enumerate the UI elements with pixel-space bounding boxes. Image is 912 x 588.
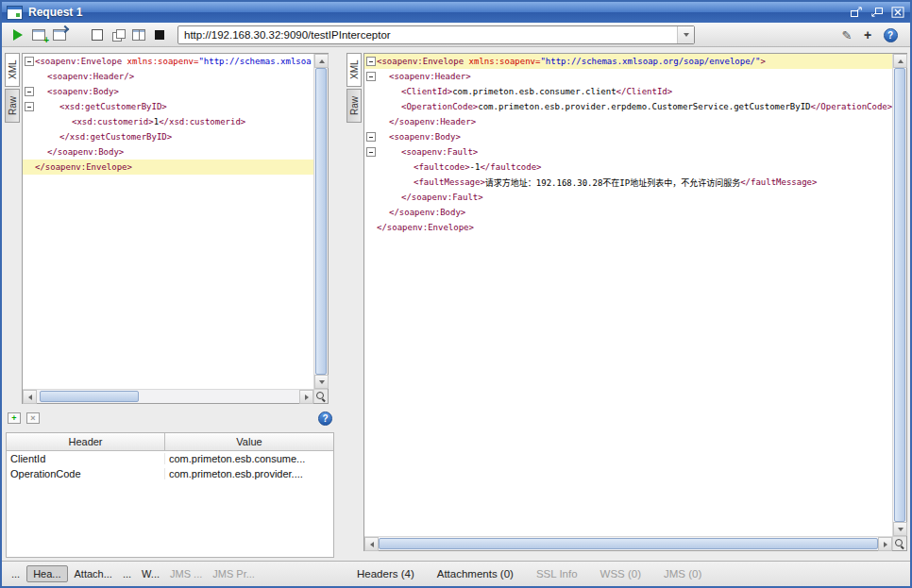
xml-line[interactable]: <xsd:customerid>1</xsd:customerid>: [23, 114, 313, 129]
xml-line[interactable]: <faultMessage>请求方地址：192.168.30.28不在IP地址列…: [364, 175, 892, 190]
request-xml-content[interactable]: <soapenv:Envelope xmlns:soapenv="http://…: [23, 54, 313, 389]
request-window: Request 1 http://192.168.30.32:9090/test…: [0, 0, 912, 588]
add-header-button[interactable]: +: [8, 412, 21, 424]
response-vertical-scrollbar[interactable]: [892, 54, 906, 536]
response-horizontal-scrollbar[interactable]: [364, 536, 892, 550]
fold-toggle-icon[interactable]: [366, 57, 376, 66]
maximize-button[interactable]: [870, 6, 885, 19]
xml-line[interactable]: </soapenv:Body>: [23, 144, 313, 160]
inspector-tab-headers-4[interactable]: Headers (4): [353, 566, 418, 581]
xml-line[interactable]: <soapenv:Header/>: [23, 69, 313, 84]
request-xml-editor[interactable]: <soapenv:Envelope xmlns:soapenv="http://…: [22, 53, 329, 404]
headers-table-header: HeaderValue: [7, 433, 333, 451]
xml-line[interactable]: <OperationCode>com.primeton.esb.provider…: [364, 99, 892, 114]
response-xml-editor[interactable]: <soapenv:Envelope xmlns:soapenv="http://…: [363, 53, 907, 551]
copy-button[interactable]: [110, 26, 127, 43]
scroll-up-button[interactable]: [314, 54, 329, 68]
header-name-cell[interactable]: OperationCode: [7, 468, 165, 479]
scrollbar-thumb[interactable]: [40, 391, 139, 402]
xml-line[interactable]: <faultcode>-1</faultcode>: [364, 160, 892, 175]
window-arrow-icon: [53, 29, 66, 41]
column-header[interactable]: Header: [7, 433, 165, 450]
xml-line[interactable]: </soapenv:Header>: [364, 114, 892, 129]
inspector-tab-ssl-info: SSL Info: [532, 566, 582, 581]
endpoint-combobox[interactable]: http://192.168.30.32:9090/testIPIntercep…: [177, 25, 695, 44]
inspector-tab-attach[interactable]: Attach...: [71, 566, 116, 581]
scroll-left-button[interactable]: [23, 390, 37, 404]
fold-toggle-icon[interactable]: [25, 57, 34, 66]
xml-line[interactable]: </xsd:getCustomerByID>: [23, 129, 313, 144]
clone-request-button[interactable]: [51, 26, 68, 43]
xml-line[interactable]: <soapenv:Header>: [364, 69, 892, 84]
chevron-down-icon[interactable]: [677, 26, 694, 43]
close-button[interactable]: [890, 6, 905, 19]
fold-toggle-icon[interactable]: [366, 132, 376, 142]
fold-toggle-icon[interactable]: [25, 87, 34, 96]
panel-splitter[interactable]: [338, 47, 346, 561]
empty-square-icon: [92, 29, 103, 41]
xml-line[interactable]: </soapenv:Envelope>: [364, 220, 892, 235]
fold-toggle-icon[interactable]: [366, 72, 376, 81]
tab-request-xml[interactable]: XML: [5, 53, 20, 87]
help-button[interactable]: ?: [882, 26, 899, 43]
xml-line[interactable]: <soapenv:Body>: [23, 84, 313, 99]
edit-endpoint-button[interactable]: ✎: [838, 26, 855, 43]
request-panel: XML Raw <soapenv:Envelope xmlns:soapenv=…: [2, 47, 338, 561]
fold-toggle-icon[interactable]: [366, 147, 376, 157]
column-header[interactable]: Value: [165, 433, 333, 450]
scrollbar-thumb[interactable]: [379, 538, 878, 549]
cancel-request-button[interactable]: [151, 26, 168, 43]
remove-header-button[interactable]: ×: [26, 412, 40, 424]
scroll-down-button[interactable]: [893, 522, 907, 536]
add-endpoint-button[interactable]: +: [859, 26, 876, 43]
xml-line[interactable]: <soapenv:Body>: [364, 129, 892, 144]
xml-line[interactable]: </soapenv:Fault>: [364, 190, 892, 205]
header-row[interactable]: OperationCodecom.primeton.esb.provider..…: [7, 466, 333, 481]
xml-line[interactable]: <soapenv:Fault>: [364, 144, 892, 160]
scroll-up-button[interactable]: [893, 54, 907, 68]
tab-request-raw[interactable]: Raw: [5, 89, 20, 123]
help-button[interactable]: ?: [318, 412, 332, 426]
tab-response-raw[interactable]: Raw: [346, 89, 362, 123]
inspector-tab-w[interactable]: W...: [138, 566, 163, 581]
tab-response-xml[interactable]: XML: [346, 53, 362, 87]
xml-line[interactable]: <xsd:getCustomerByID>: [23, 99, 313, 114]
copy-icon: [112, 29, 125, 41]
response-inspector-tabs: Headers (4)Attachments (0)SSL InfoWSS (0…: [353, 562, 705, 586]
scrollbar-thumb[interactable]: [894, 68, 905, 522]
xml-token-tag: </soapenv:Body>: [389, 208, 465, 217]
xml-line[interactable]: </soapenv:Body>: [364, 205, 892, 220]
create-empty-button[interactable]: [89, 26, 106, 43]
request-inspector-tabs: ...Hea...Attach......W...JMS ...JMS Pr..…: [8, 562, 259, 586]
inspector-tab-more[interactable]: ...: [8, 566, 24, 581]
xml-line[interactable]: <ClientId>com.primeton.esb.consumer.clie…: [364, 84, 892, 99]
fold-toggle-icon[interactable]: [25, 102, 34, 111]
header-row[interactable]: ClientIdcom.primeton.esb.consume...: [7, 451, 333, 466]
response-xml-content[interactable]: <soapenv:Envelope xmlns:soapenv="http://…: [364, 54, 892, 536]
add-to-testcase-button[interactable]: [30, 26, 47, 43]
header-name-cell[interactable]: ClientId: [7, 453, 165, 464]
scroll-left-button[interactable]: [364, 537, 379, 551]
zoom-editor-button[interactable]: [892, 536, 906, 550]
request-horizontal-scrollbar[interactable]: [23, 389, 313, 403]
request-vertical-scrollbar[interactable]: [313, 54, 328, 389]
zoom-editor-button[interactable]: [313, 389, 328, 403]
undock-button[interactable]: [849, 6, 864, 19]
scrollbar-thumb[interactable]: [315, 68, 327, 375]
scroll-right-button[interactable]: [299, 390, 313, 404]
inspector-tab-attachments-0[interactable]: Attachments (0): [433, 566, 517, 581]
scroll-right-button[interactable]: [878, 537, 892, 551]
xml-line[interactable]: </soapenv:Envelope>: [23, 160, 313, 175]
scroll-down-button[interactable]: [314, 375, 329, 389]
inspector-tab-hea[interactable]: Hea...: [26, 565, 67, 582]
xml-line[interactable]: <soapenv:Envelope xmlns:soapenv="http://…: [364, 54, 892, 69]
headers-table-body: ClientIdcom.primeton.esb.consume...Opera…: [7, 451, 333, 481]
split-window-button[interactable]: [130, 26, 147, 43]
xml-token-tag: </ClientId>: [616, 87, 673, 96]
title-bar[interactable]: Request 1: [2, 2, 910, 23]
inspector-tab-more[interactable]: ...: [119, 566, 135, 581]
header-value-cell[interactable]: com.primeton.esb.provider....: [165, 468, 333, 479]
header-value-cell[interactable]: com.primeton.esb.consume...: [165, 453, 333, 464]
submit-button[interactable]: [9, 26, 26, 43]
xml-line[interactable]: <soapenv:Envelope xmlns:soapenv="http://…: [23, 54, 313, 69]
